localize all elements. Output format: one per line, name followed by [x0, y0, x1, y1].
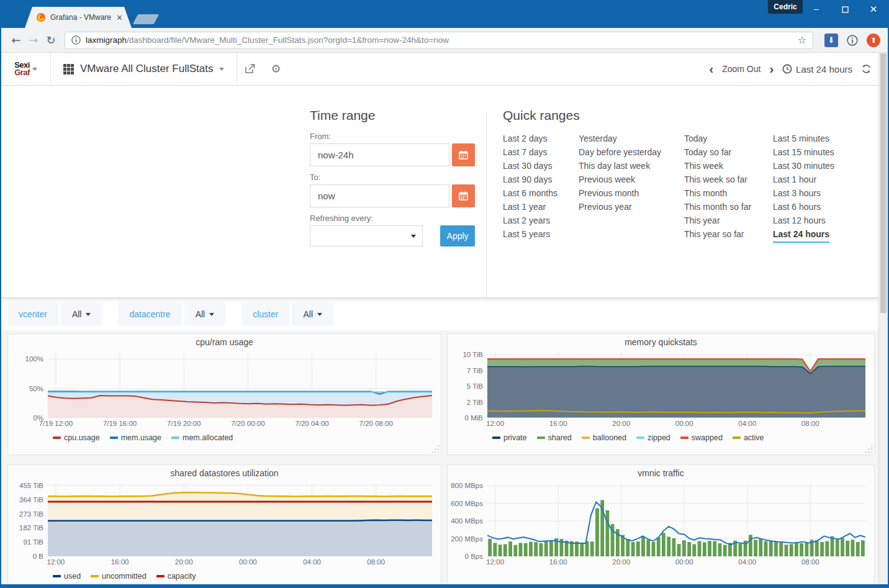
variable-value-cluster[interactable]: All [292, 303, 333, 325]
legend-item[interactable]: zipped [636, 433, 670, 442]
from-input[interactable] [310, 143, 449, 166]
legend-item[interactable]: private [492, 433, 527, 442]
template-variables-row: vcenterAlldatacentreAllclusterAll [1, 298, 888, 330]
quick-range-link[interactable]: Last 3 hours [773, 186, 834, 200]
back-button[interactable]: ← [7, 34, 25, 47]
tab-close-icon[interactable]: ✕ [116, 13, 123, 22]
chart-plot[interactable] [487, 352, 865, 418]
to-calendar-button[interactable] [452, 184, 475, 207]
apply-button[interactable]: Apply [440, 225, 475, 247]
quick-range-link[interactable]: Last 15 minutes [773, 145, 834, 159]
chart-plot[interactable] [48, 352, 432, 418]
quick-range-link[interactable]: Yesterday [579, 132, 661, 145]
legend-item[interactable]: uncommitted [91, 572, 147, 581]
quick-range-link[interactable]: Previous month [579, 186, 661, 200]
from-calendar-button[interactable] [452, 143, 475, 166]
quick-range-link[interactable]: Last 6 months [503, 186, 557, 200]
forward-button[interactable]: → [25, 34, 42, 47]
legend-item[interactable]: capacity [156, 572, 196, 581]
quick-range-link[interactable]: Last 6 hours [773, 200, 834, 214]
grafana-top-nav: SexiGraf VMware All Cluster FullStats ⚙ … [1, 53, 888, 86]
quick-range-link[interactable]: Previous week [579, 173, 661, 186]
quick-range-link[interactable]: Last 1 year [503, 200, 557, 214]
close-button[interactable]: ✕ [859, 0, 888, 19]
legend-item[interactable]: used [53, 572, 81, 581]
minimize-button[interactable]: ─ [802, 0, 831, 19]
variable-value-datacentre[interactable]: All [184, 303, 226, 325]
maximize-button[interactable] [831, 0, 859, 19]
share-button[interactable] [237, 53, 263, 85]
quick-range-link[interactable]: Last 2 days [503, 132, 557, 145]
refresh-interval-select[interactable] [310, 225, 423, 247]
legend-item[interactable]: mem.allocated [171, 433, 233, 442]
quick-range-link[interactable]: This year so far [684, 227, 751, 241]
new-tab-button[interactable] [133, 14, 160, 24]
browser-profile-badge[interactable]: Cedric [768, 0, 803, 14]
quick-range-link[interactable]: This week so far [684, 173, 751, 186]
time-shift-left-button[interactable]: ‹ [710, 63, 714, 75]
y-axis-labels: 0 B91 TiB182 TiB273 TiB364 TiB455 TiB [8, 483, 48, 568]
refresh-icon[interactable] [861, 64, 872, 74]
refresh-every-label: Refreshing every: [310, 214, 475, 223]
sexigraf-logo-menu[interactable]: SexiGraf [1, 53, 51, 85]
bookmark-star-icon[interactable]: ☆ [798, 34, 806, 46]
zoom-out-button[interactable]: Zoom Out [722, 64, 760, 74]
extension-info-button[interactable] [844, 32, 860, 48]
scrollbar-thumb[interactable] [880, 53, 887, 313]
legend-item[interactable]: swapped [680, 433, 723, 442]
extension-up-button[interactable]: ⬆ [865, 32, 882, 48]
quick-range-link[interactable]: Last 30 minutes [773, 159, 834, 173]
panel-resize-handle[interactable] [431, 445, 439, 453]
quick-range-link[interactable]: Last 30 days [503, 159, 557, 173]
quick-range-link[interactable]: Last 2 years [503, 214, 557, 227]
settings-gear-button[interactable]: ⚙ [263, 53, 288, 85]
quick-range-link[interactable]: Last 24 hours [773, 227, 829, 243]
chart-plot[interactable] [487, 483, 865, 556]
chart-legend [448, 568, 874, 572]
quick-range-link[interactable]: Last 7 days [503, 145, 557, 159]
page-info-icon[interactable] [71, 35, 81, 45]
page-scrollbar[interactable] [878, 53, 888, 584]
url-text[interactable]: laxmigraph/dashboard/file/VMware_Multi_C… [86, 35, 798, 45]
variable-value-vcenter[interactable]: All [61, 303, 102, 325]
panel-title[interactable]: memory quickstats [448, 337, 874, 352]
dashboard-title-menu[interactable]: VMware All Cluster FullStats [51, 53, 237, 85]
quick-range-link[interactable]: Today so far [684, 145, 751, 159]
quick-range-link[interactable]: This week [684, 159, 751, 173]
chevron-down-icon [32, 68, 37, 71]
quick-range-link[interactable]: This month [684, 186, 751, 200]
browser-toolbar: ← → ↻ laxmigraph/dashboard/file/VMware_M… [1, 28, 888, 53]
time-shift-right-button[interactable]: › [769, 63, 774, 75]
quick-range-link[interactable]: Last 12 hours [773, 214, 834, 227]
quick-range-link[interactable]: This year [684, 214, 751, 227]
panel-shared-datastores-utilization: shared datastores utilization 0 B91 TiB1… [7, 464, 441, 588]
reload-button[interactable]: ↻ [42, 34, 60, 47]
quick-range-link[interactable]: Last 1 hour [773, 173, 834, 186]
legend-item[interactable]: active [733, 433, 764, 442]
quick-range-link[interactable]: Last 90 days [503, 173, 557, 186]
panel-resize-handle[interactable] [864, 445, 872, 453]
panel-title[interactable]: cpu/ram usage [8, 337, 441, 352]
url-bar[interactable]: laxmigraph/dashboard/file/VMware_Multi_C… [65, 32, 813, 49]
quick-range-link[interactable]: Day before yesterday [579, 145, 661, 159]
panel-title[interactable]: vmnic traffic [448, 468, 874, 483]
legend-item[interactable]: mem.usage [110, 433, 161, 442]
calendar-icon [459, 191, 468, 201]
extension-download-button[interactable]: ⬇ [823, 32, 839, 48]
legend-item[interactable]: shared [537, 433, 572, 442]
quick-range-link[interactable]: Previous year [579, 200, 661, 214]
quick-range-link[interactable]: This month so far [684, 200, 751, 214]
to-input[interactable] [310, 184, 449, 207]
legend-item[interactable]: cpu.usage [53, 433, 100, 442]
quick-range-link[interactable]: This day last week [579, 159, 661, 173]
time-range-button[interactable]: Last 24 hours [782, 64, 852, 75]
legend-item[interactable]: ballooned [582, 433, 626, 442]
browser-tab[interactable]: Grafana - VMware All Clu ✕ [25, 7, 132, 28]
x-axis-labels: 12:0016:0020:0000:0004:0008:00 [487, 418, 865, 429]
quick-range-link[interactable]: Last 5 minutes [773, 132, 834, 145]
chart-plot[interactable] [48, 483, 432, 556]
quick-range-link[interactable]: Today [684, 132, 751, 145]
quick-range-link[interactable]: Last 5 years [503, 227, 557, 241]
variable-label-cluster: cluster [241, 303, 289, 325]
panel-title[interactable]: shared datastores utilization [8, 468, 441, 483]
